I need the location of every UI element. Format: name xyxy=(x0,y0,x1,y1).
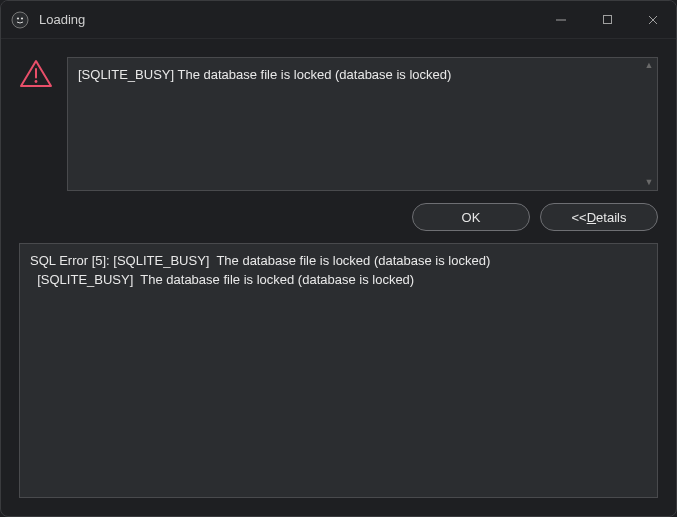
svg-point-1 xyxy=(17,17,19,19)
app-icon xyxy=(11,11,29,29)
details-button[interactable]: << Details xyxy=(540,203,658,231)
details-button-rest: etails xyxy=(596,210,626,225)
svg-point-2 xyxy=(21,17,23,19)
ok-button-label: OK xyxy=(462,210,481,225)
details-button-underline: D xyxy=(587,210,596,225)
details-line-1: SQL Error [5]: [SQLITE_BUSY] The databas… xyxy=(30,253,490,268)
maximize-button[interactable] xyxy=(584,1,630,38)
message-scrollbar[interactable]: ▲ ▼ xyxy=(641,58,657,190)
message-text: [SQLITE_BUSY] The database file is locke… xyxy=(68,58,641,190)
scroll-up-icon: ▲ xyxy=(645,61,654,70)
details-pane[interactable]: SQL Error [5]: [SQLITE_BUSY] The databas… xyxy=(19,243,658,498)
details-button-prefix: << xyxy=(572,210,587,225)
message-row: [SQLITE_BUSY] The database file is locke… xyxy=(19,57,658,191)
minimize-button[interactable] xyxy=(538,1,584,38)
message-box: [SQLITE_BUSY] The database file is locke… xyxy=(67,57,658,191)
svg-line-6 xyxy=(649,16,657,24)
dialog-content: [SQLITE_BUSY] The database file is locke… xyxy=(1,39,676,516)
svg-point-0 xyxy=(12,12,28,28)
svg-point-8 xyxy=(35,80,38,83)
ok-button[interactable]: OK xyxy=(412,203,530,231)
button-row: OK << Details xyxy=(19,191,658,243)
titlebar: Loading xyxy=(1,1,676,39)
details-line-2: [SQLITE_BUSY] The database file is locke… xyxy=(30,272,414,287)
warning-icon xyxy=(19,57,53,191)
window-title: Loading xyxy=(39,12,538,27)
scroll-down-icon: ▼ xyxy=(645,178,654,187)
svg-rect-4 xyxy=(603,16,611,24)
svg-line-5 xyxy=(649,16,657,24)
close-button[interactable] xyxy=(630,1,676,38)
window-controls xyxy=(538,1,676,38)
